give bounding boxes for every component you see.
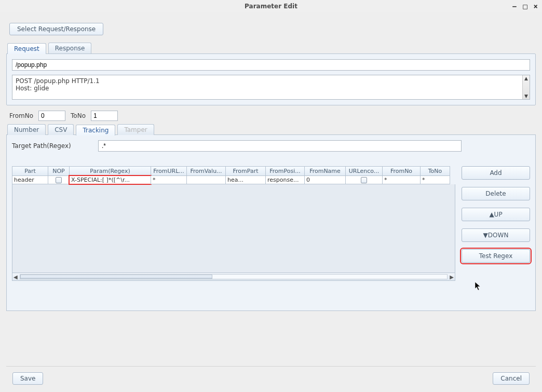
tab-tracking[interactable]: Tracking: [76, 125, 115, 136]
col-urlenco[interactable]: URLenco...: [345, 166, 383, 176]
add-button-label: Add: [490, 169, 502, 177]
cell-urlenco[interactable]: [345, 175, 383, 184]
tab-number-label: Number: [14, 126, 39, 133]
tracking-pane: Target Path(Regex) Part NOP Param(Regex)…: [6, 134, 536, 311]
col-fromno[interactable]: FromNo: [382, 166, 421, 176]
cancel-button-label: Cancel: [500, 375, 522, 382]
col-fromname[interactable]: FromName: [304, 166, 346, 176]
cell-fromname[interactable]: 0: [304, 175, 346, 184]
delete-button-label: Delete: [485, 190, 506, 197]
tab-response[interactable]: Response: [48, 43, 92, 53]
scroll-right-icon[interactable]: ▶: [450, 274, 454, 280]
table-row[interactable]: header X-SPECIAL:[ ]*([^\r... * hea... r…: [12, 176, 455, 184]
titlebar: Parameter Edit − □ ×: [0, 0, 542, 12]
cell-fromposi[interactable]: response...: [265, 175, 305, 184]
cell-part[interactable]: header: [12, 175, 48, 184]
down-button[interactable]: ▼DOWN: [462, 228, 530, 242]
scroll-thumb[interactable]: [20, 275, 212, 279]
request-path-input[interactable]: [12, 59, 530, 71]
tab-request-label: Request: [14, 45, 39, 52]
urlenco-checkbox[interactable]: [361, 177, 367, 183]
fromno-label: FromNo: [9, 112, 33, 119]
tracking-table[interactable]: Part NOP Param(Regex) FromURL... FromVal…: [12, 166, 455, 281]
scroll-left-icon[interactable]: ◀: [13, 274, 18, 280]
tab-tamper: Tamper: [117, 124, 154, 135]
down-button-label: ▼DOWN: [483, 232, 509, 239]
col-nop[interactable]: NOP: [48, 166, 70, 176]
col-param[interactable]: Param(Regex): [69, 166, 151, 176]
tab-tracking-label: Tracking: [83, 127, 109, 134]
save-button[interactable]: Save: [12, 372, 43, 385]
window-title: Parameter Edit: [245, 3, 297, 10]
tono-input[interactable]: [91, 111, 118, 121]
delete-button[interactable]: Delete: [462, 187, 530, 200]
add-button[interactable]: Add: [462, 166, 530, 180]
request-body-text: POST /popup.php HTTP/1.1 Host: glide: [12, 75, 522, 99]
tab-request[interactable]: Request: [7, 43, 46, 54]
minimize-button[interactable]: −: [512, 2, 517, 10]
col-fromvalue[interactable]: FromValu...: [186, 166, 226, 176]
tab-tamper-label: Tamper: [124, 126, 147, 133]
table-empty-area: [12, 184, 455, 273]
cell-frompart[interactable]: hea...: [225, 175, 266, 184]
tab-number[interactable]: Number: [7, 124, 46, 135]
col-part[interactable]: Part: [12, 166, 48, 176]
cell-tono[interactable]: *: [420, 175, 450, 184]
cell-nop[interactable]: [48, 175, 70, 184]
close-button[interactable]: ×: [534, 2, 538, 10]
cell-param[interactable]: X-SPECIAL:[ ]*([^\r...: [69, 175, 151, 184]
test-regex-button[interactable]: Test Regex: [462, 249, 530, 263]
test-regex-button-label: Test Regex: [479, 252, 513, 260]
target-path-input[interactable]: [98, 140, 462, 152]
nop-checkbox[interactable]: [56, 177, 62, 183]
maximize-button[interactable]: □: [523, 2, 527, 10]
tab-response-label: Response: [55, 45, 85, 52]
request-body-area[interactable]: POST /popup.php HTTP/1.1 Host: glide ▲▼: [12, 75, 530, 100]
mouse-cursor-icon: [475, 281, 482, 291]
up-button-label: ▲UP: [489, 211, 502, 218]
table-hscrollbar[interactable]: ◀ ▶: [12, 273, 455, 281]
fromno-input[interactable]: [38, 111, 65, 121]
cell-fromvalue[interactable]: [186, 175, 226, 184]
table-header-row: Part NOP Param(Regex) FromURL... FromVal…: [12, 166, 455, 176]
up-button[interactable]: ▲UP: [462, 208, 530, 221]
cell-fromurl[interactable]: *: [151, 175, 187, 184]
col-fromurl[interactable]: FromURL...: [151, 166, 187, 176]
cancel-button[interactable]: Cancel: [493, 372, 530, 385]
select-request-response-button[interactable]: Select Request/Response: [9, 23, 103, 35]
cell-fromno[interactable]: *: [382, 175, 421, 184]
tono-label: ToNo: [71, 112, 86, 119]
tab-csv[interactable]: CSV: [48, 124, 74, 135]
col-tono[interactable]: ToNo: [420, 166, 450, 176]
col-frompart[interactable]: FromPart: [225, 166, 266, 176]
request-pane: POST /popup.php HTTP/1.1 Host: glide ▲▼: [6, 53, 536, 105]
select-request-response-label: Select Request/Response: [17, 25, 96, 33]
target-path-label: Target Path(Regex): [12, 142, 85, 150]
save-button-label: Save: [20, 375, 35, 382]
tab-csv-label: CSV: [55, 126, 67, 133]
col-fromposi[interactable]: FromPosi...: [265, 166, 305, 176]
request-scrollbar[interactable]: ▲▼: [522, 75, 530, 99]
